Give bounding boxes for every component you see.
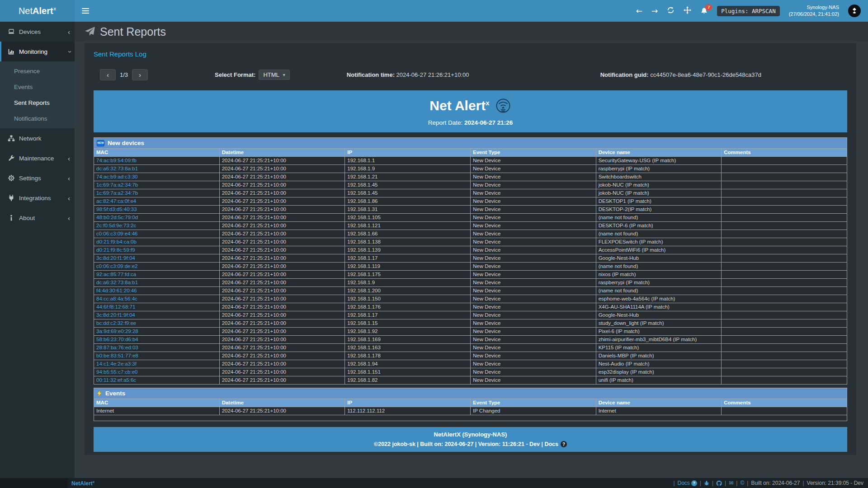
next-page-button[interactable]: › bbox=[132, 69, 148, 80]
device-name-cell: Internet bbox=[596, 407, 722, 415]
mac-link[interactable]: 58:b6:23:70:d6:b4 bbox=[96, 337, 138, 342]
table-row: d0:21:f9:8c:59:f92024-06-27 21:25:21+10:… bbox=[94, 246, 847, 254]
plugins-status-pill[interactable]: Plugins: ARPSCAN bbox=[717, 6, 779, 16]
ip-cell: 192.168.1.119 bbox=[345, 263, 471, 271]
datetime-cell: 2024-06-27 21:25:21+10:00 bbox=[219, 206, 345, 214]
event-type-cell: New Device bbox=[470, 352, 596, 360]
mac-link[interactable]: dc:a6:32:73:8a:b1 bbox=[96, 280, 138, 285]
datetime-cell: 2024-06-27 21:25:21+10:00 bbox=[219, 238, 345, 246]
table-row: 1c:69:7a:a2:34:7b2024-06-27 21:25:21+10:… bbox=[94, 189, 847, 197]
sidebar-item-label: Maintenance bbox=[19, 155, 54, 162]
table-row: 48:b0:2d:5c:79:0d2024-06-27 21:25:21+10:… bbox=[94, 214, 847, 222]
mac-link[interactable]: f4:4d:30:61:20:46 bbox=[96, 288, 137, 293]
ip-cell: 192.168.1.1 bbox=[345, 157, 471, 165]
mac-link[interactable]: 1c:69:7a:a2:34:7b bbox=[96, 182, 138, 188]
user-avatar[interactable] bbox=[848, 5, 861, 17]
comments-cell bbox=[722, 303, 847, 311]
license-link[interactable]: © bbox=[740, 480, 744, 486]
sidebar-item-integrations[interactable]: Integrations ‹ bbox=[0, 188, 75, 208]
sidebar-subitem-events[interactable]: Events bbox=[0, 79, 75, 95]
mac-link[interactable]: ac:82:47:ca:0f:e4 bbox=[96, 198, 136, 204]
mac-link[interactable]: b0:be:83:51:77:e8 bbox=[96, 353, 138, 358]
sidebar-item-network[interactable]: Network bbox=[0, 128, 75, 148]
mac-link[interactable]: 1c:69:7a:a2:34:7b bbox=[96, 190, 138, 196]
event-type-cell: New Device bbox=[470, 279, 596, 287]
mac-link[interactable]: bc:dd:c2:32:f9:ee bbox=[96, 320, 136, 326]
sent-reports-log-link[interactable]: Sent Reports Log bbox=[94, 50, 146, 58]
mac-link[interactable]: dc:a6:32:73:8a:b1 bbox=[96, 166, 138, 171]
device-name-cell: nixos (IP match) bbox=[596, 271, 722, 279]
format-select[interactable]: HTML ▾ bbox=[259, 70, 289, 80]
comments-cell bbox=[722, 173, 847, 181]
sidebar-item-about[interactable]: About ‹ bbox=[0, 208, 75, 228]
sidebar-item-devices[interactable]: Devices ‹ bbox=[0, 22, 75, 42]
event-type-cell: New Device bbox=[470, 165, 596, 173]
mac-link[interactable]: d0:21:f9:8c:59:f9 bbox=[96, 247, 135, 253]
sidebar-item-maintenance[interactable]: Maintenance ‹ bbox=[0, 148, 75, 168]
refresh-icon[interactable] bbox=[667, 6, 675, 15]
chevron-left-icon: ‹ bbox=[68, 175, 70, 182]
mac-link[interactable]: d0:21:f9:b4:ca:0b bbox=[96, 239, 137, 244]
mac-link[interactable]: 00:11:32:ef:a5:6c bbox=[96, 377, 136, 383]
comments-cell bbox=[722, 181, 847, 189]
mac-link[interactable]: 92:ac:85:77:fd:ca bbox=[96, 272, 136, 277]
mac-link[interactable]: 2c:f0:5d:9e:73:2c bbox=[96, 223, 136, 228]
mac-link[interactable]: 98:5f:d3:d5:40:33 bbox=[96, 206, 137, 212]
prev-page-button[interactable]: ‹ bbox=[100, 69, 116, 80]
sidebar-subitem-notifications[interactable]: Notifications bbox=[0, 111, 75, 127]
mac-link[interactable]: c0:06:c3:09:de:e2 bbox=[96, 263, 137, 269]
event-type-cell: New Device bbox=[470, 189, 596, 197]
mac-link[interactable]: 48:b0:2d:5c:79:0d bbox=[96, 215, 138, 220]
sidebar-subitem-sent-reports[interactable]: Sent Reports bbox=[0, 95, 75, 111]
mac-link[interactable]: 14:c1:4e:2e:a3:3f bbox=[96, 361, 137, 366]
plug-icon bbox=[7, 194, 16, 202]
column-header: Comments bbox=[722, 149, 847, 157]
mac-link[interactable]: 74:ac:b9:54:09:fb bbox=[96, 158, 137, 163]
table-row: 3a:9d:69:e0:29:282024-06-27 21:25:21+10:… bbox=[94, 328, 847, 336]
column-header: Event Type bbox=[470, 399, 596, 407]
mac-cell: d0:21:f9:8c:59:f9 bbox=[94, 246, 220, 254]
statusbar-brand-link[interactable]: NetAlertx bbox=[71, 480, 94, 487]
datetime-cell: 2024-06-27 21:25:21+10:00 bbox=[219, 271, 345, 279]
mac-link[interactable]: 3a:9d:69:e0:29:28 bbox=[96, 328, 138, 334]
mac-link[interactable]: 3c:8d:20:f1:9f:04 bbox=[96, 255, 135, 261]
mac-link[interactable]: 94:b5:55:c7:cb:e0 bbox=[96, 369, 137, 375]
ip-cell: 192.168.1.178 bbox=[345, 352, 471, 360]
column-header: IP bbox=[345, 149, 471, 157]
mac-link[interactable]: c0:06:c3:09:e4:46 bbox=[96, 231, 137, 236]
comments-cell bbox=[722, 263, 847, 271]
ip-cell: 192.168.1.94 bbox=[345, 360, 471, 368]
mac-link[interactable]: 28:87:ba:76:ed:03 bbox=[96, 345, 138, 350]
sidebar-item-label: Monitoring bbox=[19, 48, 47, 55]
sidebar-subitem-presence[interactable]: Presence bbox=[0, 63, 75, 79]
navbar-actions: ← → 7 Plugins: ARPSCAN Synology-NAS (27/… bbox=[636, 0, 868, 22]
sidebar-item-settings[interactable]: Settings ‹ bbox=[0, 168, 75, 188]
empty-cell bbox=[94, 415, 847, 421]
notifications-bell-button[interactable]: 7 bbox=[700, 7, 708, 15]
brand-text: NetAlertx bbox=[19, 6, 56, 16]
event-type-cell: New Device bbox=[470, 222, 596, 230]
event-type-cell: New Device bbox=[470, 344, 596, 352]
bug-report-link[interactable] bbox=[704, 480, 709, 486]
mac-link[interactable]: 74:ac:b9:ad:c3:30 bbox=[96, 174, 137, 179]
docs-link[interactable]: Docs? bbox=[678, 480, 697, 486]
mac-link[interactable]: 84:cc:a8:4a:56:4c bbox=[96, 296, 137, 301]
mac-link[interactable]: 3c:8d:20:f1:9f:04 bbox=[96, 312, 135, 318]
mac-cell: 44:6f:f8:12:68:71 bbox=[94, 303, 220, 311]
event-type-cell: New Device bbox=[470, 181, 596, 189]
event-type-cell: IP Changed bbox=[470, 407, 596, 415]
report-preview: Net Alertx Report Date: 2024-06-27 21:26… bbox=[94, 90, 847, 452]
question-circle-icon[interactable]: ? bbox=[561, 441, 567, 447]
mac-link[interactable]: 44:6f:f8:12:68:71 bbox=[96, 304, 135, 310]
back-arrow-icon[interactable]: ← bbox=[636, 7, 642, 15]
sidebar-toggle-button[interactable] bbox=[75, 0, 96, 22]
email-link[interactable]: ✉ bbox=[729, 480, 733, 486]
forward-arrow-icon[interactable]: → bbox=[651, 7, 658, 15]
move-pane-icon[interactable] bbox=[684, 6, 691, 15]
bug-icon bbox=[704, 480, 709, 486]
app-logo[interactable]: NetAlertx bbox=[0, 0, 75, 22]
sidebar-item-monitoring[interactable]: Monitoring ‹ bbox=[0, 42, 75, 61]
github-link[interactable] bbox=[716, 480, 722, 486]
device-name-cell: study_down_light (IP match) bbox=[596, 319, 722, 328]
page-indicator: 1/3 bbox=[120, 71, 128, 78]
